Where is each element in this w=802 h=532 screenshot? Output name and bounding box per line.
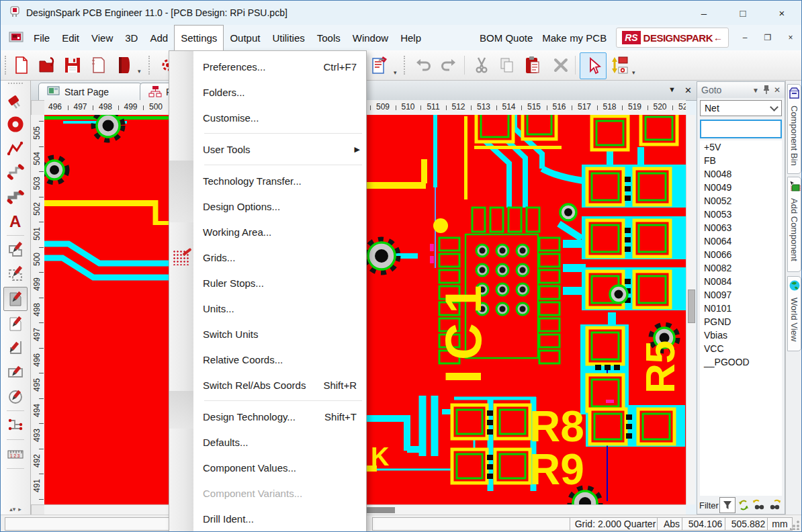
net-item-n0053[interactable]: N0053 (700, 208, 782, 221)
menu-item-component-values[interactable]: Component Values... (169, 455, 366, 480)
reports-overflow-icon[interactable]: ▾ (394, 69, 397, 76)
make-my-pcb-link[interactable]: Make my PCB (542, 32, 607, 44)
menu-item-relative-coords[interactable]: Relative Coords... (169, 347, 366, 372)
close-button[interactable]: × (762, 1, 801, 25)
goto-type-select[interactable]: Net (700, 100, 782, 116)
goto-panel-titlebar[interactable]: Goto ▼ ✕ (697, 82, 785, 98)
library-button[interactable] (111, 52, 136, 78)
menu-item-technology-transfer[interactable]: Technology Transfer... (169, 168, 366, 193)
menu-item-switch-rel-abs-coords[interactable]: Switch Rel/Abs CoordsShift+R (169, 372, 366, 398)
mdi-minimize-button[interactable]: – (738, 32, 752, 44)
net-item-pgnd[interactable]: PGND (700, 315, 782, 328)
menubar-item-view[interactable]: View (85, 25, 119, 50)
net-item-vcc[interactable]: VCC (700, 342, 782, 355)
close-document-button[interactable] (85, 52, 111, 78)
menu-item-preferences[interactable]: Preferences...Ctrl+F7 (169, 54, 366, 79)
menubar-item-add[interactable]: Add (144, 25, 174, 50)
tab-add-component[interactable]: Add Component (787, 177, 801, 272)
maximize-button[interactable]: □ (723, 1, 762, 25)
menu-item-folders[interactable]: Folders... (169, 79, 366, 105)
menu-item-grids[interactable]: Grids... (169, 245, 366, 270)
minimize-button[interactable]: – (684, 1, 723, 25)
menubar-item-window[interactable]: Window (347, 25, 394, 50)
add-dashed-shape-tool[interactable] (4, 263, 27, 285)
toolbar-scroll-buttons[interactable]: ▴▾▸ (9, 506, 21, 515)
panel-menu-dropdown-icon[interactable]: ▼ (752, 87, 759, 94)
edit-group-overflow-icon[interactable]: ▾ (632, 69, 635, 76)
net-item-fb[interactable]: FB (700, 154, 782, 167)
bom-quote-link[interactable]: BOM Quote (480, 32, 533, 44)
menu-item-units[interactable]: Units... (169, 296, 366, 321)
net-item-n0066[interactable]: N0066 (700, 248, 782, 261)
net-item-pgood[interactable]: __PGOOD (700, 355, 782, 369)
filter-button[interactable] (719, 497, 736, 513)
menubar-item-edit[interactable]: Edit (56, 25, 85, 50)
measure-tool[interactable]: 1 2 3 (4, 443, 27, 466)
scrollbar-thumb[interactable] (688, 290, 695, 323)
net-item-n0063[interactable]: N0063 (700, 221, 782, 234)
menubar-item-tools[interactable]: Tools (311, 25, 347, 50)
add-filled-shape-tool[interactable] (3, 287, 28, 311)
net-item-5v[interactable]: +5V (700, 140, 782, 154)
add-outline-shape-tool[interactable] (4, 312, 27, 335)
menu-item-switch-units[interactable]: Switch Units (169, 321, 366, 347)
find-previous-button[interactable] (752, 498, 766, 513)
add-track-tool[interactable] (4, 137, 27, 160)
layer-swap-button[interactable] (605, 52, 631, 78)
menu-item-ruler-stops[interactable]: Ruler Stops... (169, 270, 366, 296)
menu-item-working-area[interactable]: Working Area... (169, 219, 366, 245)
undo-button[interactable] (410, 52, 436, 78)
file-group-overflow-icon[interactable]: ▾ (138, 68, 141, 75)
add-bus-tool[interactable] (4, 185, 27, 208)
menu-item-user-tools[interactable]: User Tools▶ (169, 136, 366, 162)
net-item-n0064[interactable]: N0064 (700, 234, 782, 248)
panel-close-icon[interactable]: ✕ (774, 85, 781, 95)
find-next-button[interactable] (767, 498, 782, 513)
status-units[interactable]: mm (767, 517, 793, 531)
goto-search-input[interactable] (700, 120, 782, 138)
tab-list-dropdown-icon[interactable]: ▼ (668, 85, 676, 93)
copy-button[interactable] (494, 52, 520, 78)
net-item-n0052[interactable]: N0052 (700, 194, 782, 208)
net-item-n0101[interactable]: N0101 (700, 302, 782, 315)
scrollbar-thumb[interactable] (367, 507, 395, 513)
save-button[interactable] (60, 52, 85, 78)
cycle-selection-button[interactable] (736, 498, 751, 513)
mdi-restore-button[interactable]: ❐ (761, 32, 774, 44)
menu-item-design-technology[interactable]: Design Technology...Shift+T (169, 404, 366, 429)
redo-button[interactable] (436, 52, 461, 78)
menubar-item-utilities[interactable]: Utilities (266, 25, 310, 50)
menu-item-drill-ident[interactable]: Drill Ident... (169, 506, 366, 531)
cut-button[interactable] (469, 52, 494, 78)
new-document-button[interactable] (9, 52, 34, 78)
mdi-close-button[interactable]: × (784, 32, 797, 44)
net-item-n0084[interactable]: N0084 (700, 275, 782, 288)
add-net-tool[interactable] (4, 414, 27, 437)
designspark-logo[interactable]: RS DESIGNSPARK ← (616, 28, 729, 48)
paste-button[interactable] (520, 52, 545, 78)
toolbar-drag-handle[interactable] (148, 56, 152, 75)
menubar-item-file[interactable]: File (28, 25, 56, 50)
place-component-tool[interactable] (4, 89, 27, 112)
toolbar-drag-handle[interactable] (404, 56, 408, 75)
tab-close-icon[interactable]: ✕ (684, 85, 692, 95)
toolbar-drag-handle[interactable] (8, 83, 23, 87)
menu-item-customise[interactable]: Customise... (169, 105, 366, 130)
menu-item-design-options[interactable]: Design Options... (169, 193, 366, 219)
select-mode-button[interactable] (580, 52, 607, 79)
tab-component-bin[interactable]: Component Bin (787, 84, 801, 174)
add-rectangle-tool[interactable] (4, 361, 27, 384)
menubar-item-output[interactable]: Output (224, 25, 266, 50)
tab-world-view[interactable]: World View (787, 276, 801, 351)
add-connection-tool[interactable] (4, 161, 27, 184)
add-polygon-shape-tool[interactable] (4, 238, 27, 261)
net-item-n0082[interactable]: N0082 (700, 261, 782, 275)
net-item-n0049[interactable]: N0049 (700, 181, 782, 194)
add-text-tool[interactable]: A (4, 210, 27, 232)
net-item-n0048[interactable]: N0048 (700, 167, 782, 181)
net-item-vbias[interactable]: Vbias (700, 328, 782, 342)
resize-grip[interactable] (790, 521, 799, 530)
tab-start-page[interactable]: Start Page (38, 83, 142, 101)
reports-button[interactable] (367, 52, 392, 78)
net-item-n0097[interactable]: N0097 (700, 288, 782, 302)
